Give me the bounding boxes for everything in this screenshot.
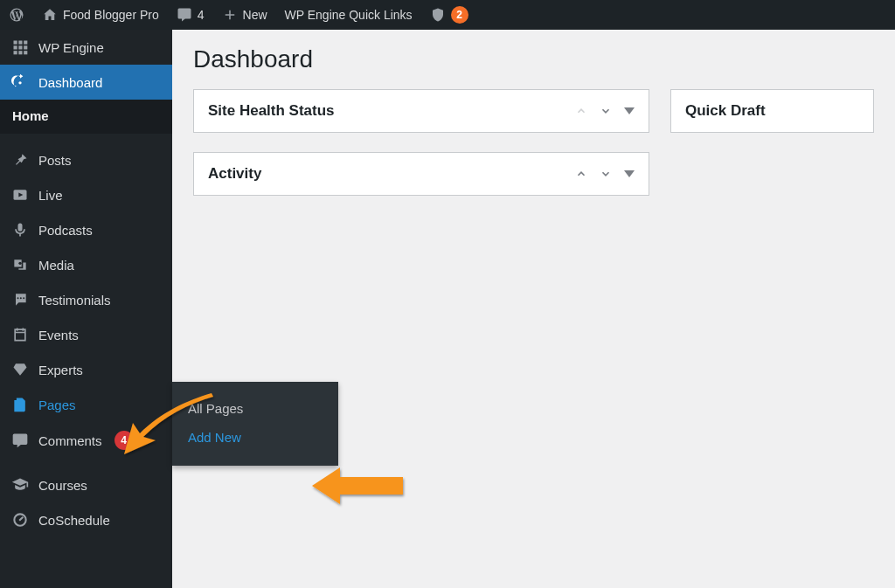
svg-rect-8 [24, 51, 27, 54]
svg-rect-4 [18, 45, 22, 49]
sidebar-item-courses[interactable]: Courses [0, 467, 172, 502]
sidebar-item-label: WP Engine [38, 40, 104, 55]
sidebar-item-label: Posts [38, 153, 72, 168]
wordpress-icon [9, 7, 24, 23]
calendar-icon [10, 326, 30, 343]
admin-bar: Food Blogger Pro 4 New WP Engine Quick L… [0, 0, 895, 30]
sidebar-subitem-label: Home [12, 108, 49, 123]
sidebar-item-events[interactable]: Events [0, 317, 172, 352]
notification-badge: 2 [451, 6, 468, 24]
new-content-label: New [243, 8, 267, 22]
sidebar-item-label: Pages [38, 398, 76, 412]
testimonials-icon [10, 291, 30, 308]
svg-point-9 [18, 81, 21, 84]
panel-title: Activity [208, 165, 261, 183]
sidebar-item-label: Events [38, 328, 79, 342]
sidebar-item-label: Courses [38, 478, 87, 493]
media-icon [10, 256, 30, 273]
wpe-quick-links[interactable]: WP Engine Quick Links [276, 0, 421, 30]
microphone-icon [10, 221, 30, 239]
sidebar-item-pages[interactable]: Pages All Pages Add New [0, 387, 172, 422]
sidebar-item-label: Dashboard [38, 75, 102, 90]
sidebar-item-testimonials[interactable]: Testimonials [0, 282, 172, 317]
site-name-link[interactable]: Food Blogger Pro [33, 0, 168, 30]
panel-quick-draft: Quick Draft [670, 89, 874, 133]
page-title: Dashboard [193, 45, 874, 73]
plus-icon [222, 7, 238, 23]
sidebar-item-experts[interactable]: Experts [0, 352, 172, 387]
panel-site-health: Site Health Status [193, 89, 649, 133]
sidebar-item-label: Comments [38, 433, 102, 448]
shield-icon [430, 7, 446, 23]
sidebar-item-media[interactable]: Media [0, 247, 172, 282]
svg-rect-3 [14, 45, 17, 49]
comment-icon [10, 432, 30, 449]
move-up-button[interactable] [575, 105, 587, 117]
graduation-cap-icon [10, 476, 30, 494]
pin-icon [10, 151, 30, 169]
move-down-button[interactable] [600, 168, 612, 180]
sidebar-subitem-home[interactable]: Home [0, 100, 172, 134]
comment-icon [177, 7, 192, 23]
toggle-panel-button[interactable] [624, 170, 635, 177]
sidebar-item-label: Live [38, 188, 63, 203]
sidebar-item-coschedule[interactable]: CoSchedule [0, 502, 172, 537]
svg-rect-2 [24, 41, 27, 45]
separator [0, 459, 172, 467]
wpe-quick-links-label: WP Engine Quick Links [285, 8, 413, 22]
svg-point-13 [17, 297, 19, 299]
pages-icon [10, 396, 30, 413]
sidebar-item-label: Podcasts [38, 223, 93, 238]
sidebar-item-dashboard[interactable]: Dashboard [0, 65, 172, 100]
diamond-icon [10, 361, 30, 378]
svg-point-15 [23, 297, 24, 299]
sidebar-item-posts[interactable]: Posts [0, 142, 172, 177]
panel-activity: Activity [193, 152, 649, 196]
sidebar-item-wp-engine[interactable]: WP Engine [0, 30, 172, 65]
sidebar-item-label: Media [38, 258, 74, 273]
main-content: Dashboard Site Health Status Ac [172, 30, 895, 588]
svg-rect-6 [14, 51, 17, 54]
separator [0, 134, 172, 142]
sidebar-item-live[interactable]: Live [0, 177, 172, 212]
dashboard-icon [10, 73, 30, 91]
svg-rect-0 [14, 41, 17, 45]
panel-title: Quick Draft [685, 102, 766, 120]
comments-link[interactable]: 4 [168, 0, 213, 30]
sidebar-item-comments[interactable]: Comments 4 [0, 422, 172, 459]
coschedule-icon [10, 511, 30, 529]
notifications[interactable]: 2 [421, 0, 477, 30]
toggle-panel-button[interactable] [624, 107, 635, 114]
svg-rect-7 [18, 51, 22, 54]
panel-title: Site Health Status [208, 102, 335, 120]
sidebar-item-label: Experts [38, 363, 83, 377]
move-down-button[interactable] [600, 105, 612, 117]
svg-point-12 [18, 262, 21, 265]
wp-engine-icon [10, 38, 30, 56]
wp-logo[interactable] [0, 0, 33, 30]
comment-count: 4 [198, 8, 205, 22]
sidebar-item-podcasts[interactable]: Podcasts [0, 212, 172, 247]
play-icon [10, 186, 30, 204]
comments-count-badge: 4 [114, 431, 134, 450]
sidebar-item-label: CoSchedule [38, 513, 110, 528]
new-content-link[interactable]: New [213, 0, 276, 30]
sidebar-item-label: Testimonials [38, 293, 111, 308]
svg-point-14 [20, 297, 22, 299]
svg-rect-1 [18, 41, 22, 45]
svg-rect-5 [24, 45, 27, 49]
move-up-button[interactable] [575, 168, 587, 180]
home-icon [42, 7, 58, 23]
dashboard-panels: Site Health Status Activity [193, 89, 874, 196]
site-name-label: Food Blogger Pro [63, 8, 159, 22]
admin-sidebar: WP Engine Dashboard Home Posts Live [0, 30, 172, 588]
